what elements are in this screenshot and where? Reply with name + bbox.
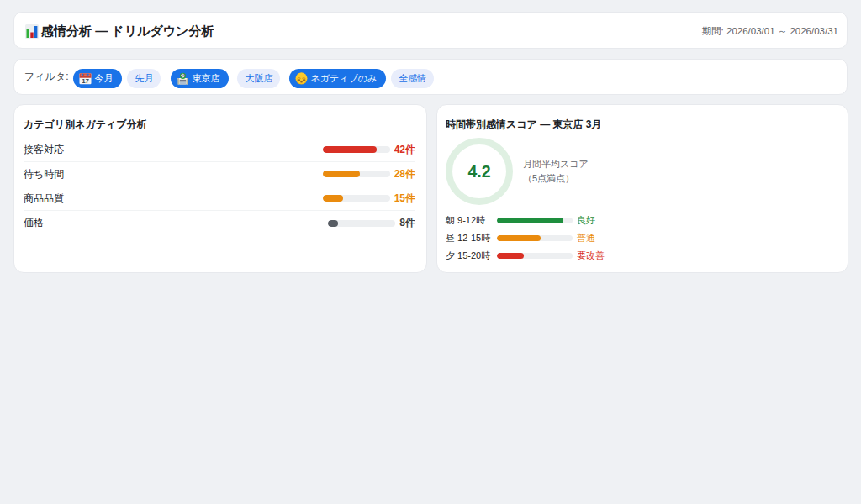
- svg-text:24: 24: [181, 73, 186, 77]
- svg-text:17: 17: [82, 77, 90, 85]
